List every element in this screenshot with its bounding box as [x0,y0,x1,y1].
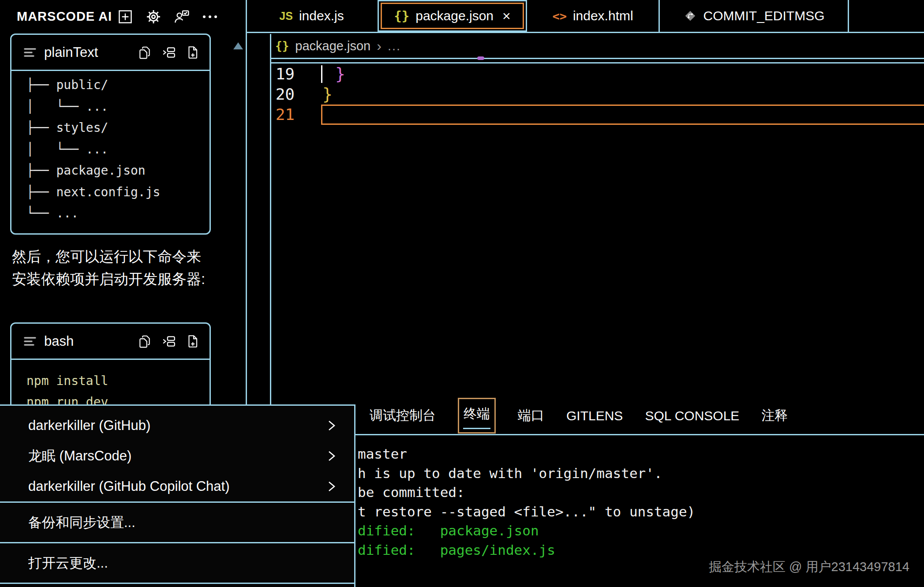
code-block-language: bash [44,333,74,349]
code-block-header: bash [11,324,209,360]
copy-icon[interactable] [138,45,151,60]
breadcrumb-file[interactable]: package.json [295,39,370,53]
menu-item-label: 备份和同步设置... [28,513,135,532]
html-file-icon: <> [552,9,567,23]
tree-line: ├── package.json [26,160,206,182]
hamburger-icon [24,336,36,347]
tab-gitlens[interactable]: GITLENS [566,408,623,423]
terminal-line-modified: dified: pages/index.js [358,541,924,560]
tab-terminal[interactable]: 终端 [458,398,496,434]
tab-label: COMMIT_EDITMSG [703,8,825,23]
menu-item-github-account[interactable]: darkerkiller (GitHub) [0,410,354,441]
watermark: 掘金技术社区 @ 用户23143497814 [709,558,909,576]
tab-package-json[interactable]: {} package.json × [378,0,527,32]
top-bar-actions [117,0,218,33]
menu-item-open-cloud-changes[interactable]: 打开云更改... [0,543,354,583]
code-token: } [322,84,333,105]
chevron-right-icon [328,449,336,463]
tab-label: index.html [573,8,633,23]
tab-ports[interactable]: 端口 [518,407,544,425]
plaintext-code-block: plainText ├── public/ │ └── ... ├── styl… [10,34,211,235]
breadcrumb[interactable]: {} package.json › ... [270,34,924,58]
line-number: 20 [270,84,295,105]
menu-item-label: 龙眠 (MarsCode) [28,447,131,465]
scroll-up-arrow[interactable] [233,42,243,49]
tree-line: ├── next.config.js [26,182,206,203]
tab-debug-console[interactable]: 调试控制台 [370,407,436,425]
code-token: } [335,64,345,84]
copy-icon[interactable] [138,334,151,348]
new-file-icon[interactable] [187,45,199,60]
tab-comments[interactable]: 注释 [761,407,788,425]
menu-item-copilot-account[interactable]: darkerkiller (GitHub Copilot Chat) [0,471,354,501]
breadcrumb-more[interactable]: ... [388,39,401,53]
text-cursor [321,65,322,83]
bottom-panel-tab-bar: 调试控制台 终端 端口 GITLENS SQL CONSOLE 注释 [355,397,924,434]
tab-label: package.json [415,8,494,23]
menu-item-label: darkerkiller (GitHub Copilot Chat) [28,479,230,494]
git-file-icon [683,9,697,23]
chevron-right-icon: › [377,38,382,54]
menu-item-label: darkerkiller (GitHub) [28,418,150,434]
hamburger-icon [24,47,36,58]
terminal-line-modified: dified: package.json [358,521,924,541]
code-line-19[interactable]: 19 } [270,64,924,84]
code-line-20[interactable]: 20 } [270,84,924,105]
settings-gear-icon[interactable] [146,9,161,25]
insert-code-icon[interactable] [162,46,176,59]
person-feedback-icon[interactable] [174,9,190,25]
assistant-message-text: 然后，您可以运行以下命令来安装依赖项并启动开发服务器: [12,245,208,290]
bash-command: npm install [26,370,206,392]
terminal-line: t restore --staged <file>..." to unstage… [358,502,924,522]
new-chat-icon[interactable] [117,9,133,25]
tree-line: └── ... [26,203,206,224]
tab-index-html[interactable]: <> index.html [527,0,660,32]
more-options-icon[interactable] [202,9,218,25]
menu-item-backup-sync-settings[interactable]: 备份和同步设置... [0,503,354,542]
insert-code-icon[interactable] [162,335,176,348]
app-window: MARSCODE AI JS index.js {} package.json … [0,0,924,587]
js-file-icon: JS [279,10,293,22]
tab-label: index.js [299,8,344,23]
code-block-header: plainText [11,35,209,71]
bash-code-block: bash npm install npm run dev [10,322,211,416]
breadcrumb-divider [270,58,924,59]
new-file-icon[interactable] [187,334,199,348]
editor-tab-bar: JS index.js {} package.json × <> index.h… [246,0,924,33]
line-number: 19 [270,64,295,84]
chevron-right-icon [328,419,336,433]
menu-item-label: 打开云更改... [28,554,108,572]
terminal-line: h is up to date with 'origin/master'. [358,464,924,483]
app-title: MARSCODE AI [17,0,112,33]
terminal-line: master [358,445,924,464]
line-number: 21 [270,105,295,125]
code-block-language: plainText [44,45,98,60]
json-file-icon: {} [275,39,289,52]
menu-item-marscode-account[interactable]: 龙眠 (MarsCode) [0,441,354,471]
current-line-highlight [321,105,924,125]
sidebar-editor-divider [246,0,247,415]
tree-line: ├── styles/ [26,117,206,139]
tree-line: │ └── ... [26,139,206,161]
chevron-right-icon [328,479,336,494]
code-editor[interactable]: 19 } 20 } 21 [270,63,924,397]
tree-line: ├── public/ [26,75,206,96]
tab-sql-console[interactable]: SQL CONSOLE [645,408,739,423]
tree-line: │ └── ... [26,96,206,118]
terminal-line: be committed: [358,483,924,502]
menu-separator [0,583,354,584]
tab-index-js[interactable]: JS index.js [246,0,378,32]
json-file-icon: {} [394,8,409,23]
panel-content-divider [355,434,924,435]
file-tree: ├── public/ │ └── ... ├── styles/ │ └── … [11,71,209,228]
tab-commit-editmsg[interactable]: COMMIT_EDITMSG [660,0,849,32]
accounts-context-menu: darkerkiller (GitHub) 龙眠 (MarsCode) dark… [0,404,355,587]
close-tab-icon[interactable]: × [502,8,511,24]
